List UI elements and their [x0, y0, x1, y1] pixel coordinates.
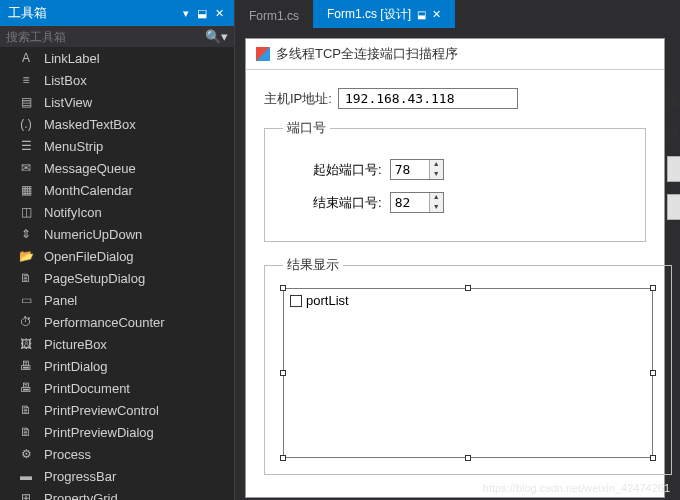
start-port-input[interactable] — [391, 160, 429, 179]
toolbox-header: 工具箱 ▾ ⬓ ✕ — [0, 0, 234, 26]
watermark: https://blog.csdn.net/weixin_42474261 — [483, 482, 670, 494]
toolbox-item[interactable]: 🗎PrintPreviewDialog — [0, 421, 234, 443]
control-icon: ▭ — [18, 292, 34, 308]
control-icon: ⇕ — [18, 226, 34, 242]
toolbox-item[interactable]: ▤ListView — [0, 91, 234, 113]
pin-icon[interactable]: ⬓ — [195, 7, 209, 20]
form-window[interactable]: 多线程TCP全连接端口扫描程序 主机IP地址: 端口号 起始端口号: ▲▼ — [245, 38, 665, 498]
control-icon: 🖶 — [18, 358, 34, 374]
chevron-down-icon[interactable]: ▼ — [430, 203, 443, 213]
toolbox-item-label: MonthCalendar — [44, 183, 133, 198]
resize-handle[interactable] — [465, 285, 471, 291]
toolbox-item-label: MaskedTextBox — [44, 117, 136, 132]
result-listbox[interactable]: portList — [283, 288, 653, 458]
control-icon: ✉ — [18, 160, 34, 176]
end-port-stepper[interactable]: ▲▼ — [390, 192, 444, 213]
control-icon: ⏱ — [18, 314, 34, 330]
toolbox-item[interactable]: ⏱PerformanceCounter — [0, 311, 234, 333]
toolbox-item[interactable]: ⇕NumericUpDown — [0, 223, 234, 245]
chevron-up-icon[interactable]: ▲ — [430, 160, 443, 170]
designer-surface[interactable]: 多线程TCP全连接端口扫描程序 主机IP地址: 端口号 起始端口号: ▲▼ — [235, 28, 680, 500]
port-group: 端口号 起始端口号: ▲▼ 结束端口号: ▲▼ — [264, 119, 646, 242]
control-icon: ▦ — [18, 182, 34, 198]
toolbox-item[interactable]: ◫NotifyIcon — [0, 201, 234, 223]
toolbox-item-label: PrintDocument — [44, 381, 130, 396]
toolbox-item[interactable]: ▦MonthCalendar — [0, 179, 234, 201]
toolbox-item[interactable]: ☰MenuStrip — [0, 135, 234, 157]
control-icon: ≡ — [18, 72, 34, 88]
list-item-label: portList — [306, 293, 349, 308]
toolbox-item-label: NotifyIcon — [44, 205, 102, 220]
toolbox-item[interactable]: 🖶PrintDocument — [0, 377, 234, 399]
toolbox-item-label: PageSetupDialog — [44, 271, 145, 286]
toolbox-item[interactable]: ⊞PropertyGrid — [0, 487, 234, 500]
result-group: 结果显示 portList — [264, 256, 672, 475]
list-item[interactable]: portList — [290, 293, 646, 308]
search-icon[interactable]: 🔍▾ — [205, 29, 228, 44]
toolbox-list: ALinkLabel≡ListBox▤ListView(.)MaskedText… — [0, 47, 234, 500]
control-icon: ⚙ — [18, 446, 34, 462]
tab[interactable]: Form1.cs — [235, 3, 313, 28]
toolbox-item-label: MessageQueue — [44, 161, 136, 176]
toolbox-item[interactable]: ⚙Process — [0, 443, 234, 465]
end-port-label: 结束端口号: — [313, 194, 382, 212]
toolbox-item-label: ProgressBar — [44, 469, 116, 484]
toolbox-panel: 工具箱 ▾ ⬓ ✕ 🔍▾ ALinkLabel≡ListBox▤ListView… — [0, 0, 235, 500]
exit-button[interactable]: 退出 — [667, 194, 680, 220]
host-input[interactable] — [338, 88, 518, 109]
tab[interactable]: Form1.cs [设计]⬓✕ — [313, 0, 455, 28]
control-icon: A — [18, 50, 34, 66]
tab-label: Form1.cs — [249, 9, 299, 23]
control-icon: ◫ — [18, 204, 34, 220]
toolbox-item[interactable]: (.)MaskedTextBox — [0, 113, 234, 135]
min-thread-label: 最小线程 — [667, 92, 680, 110]
resize-handle[interactable] — [280, 285, 286, 291]
toolbox-item[interactable]: 📂OpenFileDialog — [0, 245, 234, 267]
toolbox-item-label: Process — [44, 447, 91, 462]
toolbox-item[interactable]: 🖶PrintDialog — [0, 355, 234, 377]
control-icon: 📂 — [18, 248, 34, 264]
checkbox-icon[interactable] — [290, 295, 302, 307]
toolbox-item-label: PropertyGrid — [44, 491, 118, 501]
chevron-up-icon[interactable]: ▲ — [430, 193, 443, 203]
close-icon[interactable]: ✕ — [432, 8, 441, 20]
resize-handle[interactable] — [650, 370, 656, 376]
control-icon: 🗎 — [18, 424, 34, 440]
search-input[interactable] — [6, 30, 205, 44]
control-icon: 🗎 — [18, 402, 34, 418]
form-body: 主机IP地址: 端口号 起始端口号: ▲▼ 结束端口号: — [246, 70, 664, 485]
pin-icon[interactable]: ⬓ — [417, 9, 426, 20]
toolbox-item-label: PrintPreviewControl — [44, 403, 159, 418]
resize-handle[interactable] — [280, 370, 286, 376]
control-icon: ▤ — [18, 94, 34, 110]
toolbox-search: 🔍▾ — [0, 26, 234, 47]
toolbox-item[interactable]: 🗎PageSetupDialog — [0, 267, 234, 289]
toolbox-item[interactable]: ≡ListBox — [0, 69, 234, 91]
result-group-legend: 结果显示 — [283, 256, 343, 274]
toolbox-item-label: ListView — [44, 95, 92, 110]
main-area: Form1.csForm1.cs [设计]⬓✕ 多线程TCP全连接端口扫描程序 … — [235, 0, 680, 500]
control-icon: 🖶 — [18, 380, 34, 396]
dropdown-icon[interactable]: ▾ — [181, 7, 191, 20]
resize-handle[interactable] — [650, 455, 656, 461]
scan-button[interactable]: 扫描 — [667, 156, 680, 182]
control-icon: ☰ — [18, 138, 34, 154]
toolbox-item[interactable]: ✉MessageQueue — [0, 157, 234, 179]
end-port-input[interactable] — [391, 193, 429, 212]
port-group-legend: 端口号 — [283, 119, 330, 137]
resize-handle[interactable] — [465, 455, 471, 461]
toolbox-item[interactable]: 🗎PrintPreviewControl — [0, 399, 234, 421]
right-column: 最小线程 当前线程数 扫描 退出 — [667, 90, 680, 220]
chevron-down-icon[interactable]: ▼ — [430, 170, 443, 180]
toolbox-item[interactable]: ▭Panel — [0, 289, 234, 311]
toolbox-item[interactable]: ▬ProgressBar — [0, 465, 234, 487]
start-port-stepper[interactable]: ▲▼ — [390, 159, 444, 180]
control-icon: 🖼 — [18, 336, 34, 352]
resize-handle[interactable] — [280, 455, 286, 461]
resize-handle[interactable] — [650, 285, 656, 291]
toolbox-item[interactable]: 🖼PictureBox — [0, 333, 234, 355]
close-icon[interactable]: ✕ — [213, 7, 226, 20]
toolbox-item-label: PictureBox — [44, 337, 107, 352]
toolbox-item[interactable]: ALinkLabel — [0, 47, 234, 69]
form-titlebar: 多线程TCP全连接端口扫描程序 — [246, 39, 664, 70]
